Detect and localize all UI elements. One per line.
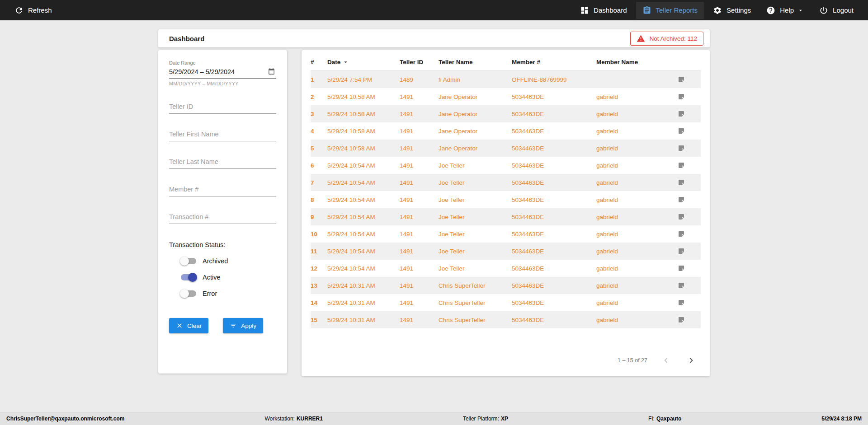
col-member-name: Member Name	[596, 59, 678, 65]
table-row[interactable]: 9 5/29/24 10:54 AM 1491 Joe Teller 50344…	[311, 208, 701, 225]
fi-status: FI:Qaxpauto	[648, 416, 681, 422]
table-row[interactable]: 1 5/29/24 7:54 PM 1489 fi Admin OFFLINE-…	[311, 71, 701, 88]
note-icon[interactable]	[678, 213, 701, 220]
toggle-active[interactable]: Active	[181, 274, 276, 281]
row-teller-id: 1491	[400, 299, 439, 306]
note-icon[interactable]	[678, 76, 701, 83]
teller-last-name-input[interactable]	[169, 154, 276, 169]
calendar-icon[interactable]	[268, 68, 275, 75]
nav-logout[interactable]: Logout	[813, 2, 860, 19]
row-teller-id: 1491	[400, 248, 439, 255]
note-icon[interactable]	[678, 230, 701, 238]
apply-button[interactable]: Apply	[223, 318, 263, 333]
table-row[interactable]: 3 5/29/24 10:58 AM 1491 Jane Operator 50…	[311, 105, 701, 122]
table-row[interactable]: 12 5/29/24 10:54 AM 1491 Joe Teller 5034…	[311, 260, 701, 277]
refresh-icon	[14, 6, 24, 15]
row-number: 5	[311, 145, 327, 152]
not-archived-badge[interactable]: Not Archived: 112	[630, 32, 703, 46]
table-row[interactable]: 10 5/29/24 10:54 AM 1491 Joe Teller 5034…	[311, 225, 701, 243]
row-member-name: gabrield	[596, 145, 678, 152]
note-icon[interactable]	[678, 110, 701, 117]
member-number-input[interactable]	[169, 182, 276, 196]
teller-id-input[interactable]	[169, 99, 276, 114]
row-member-name: gabrield	[596, 299, 678, 306]
topbar: Refresh Dashboard Teller Reports Setting…	[0, 0, 868, 20]
col-teller-name: Teller Name	[439, 59, 512, 65]
table-row[interactable]: 5 5/29/24 10:58 AM 1491 Jane Operator 50…	[311, 140, 701, 157]
table-row[interactable]: 7 5/29/24 10:54 AM 1491 Joe Teller 50344…	[311, 174, 701, 191]
nav-dashboard[interactable]: Dashboard	[574, 2, 633, 19]
note-icon[interactable]	[678, 127, 701, 135]
previous-page-button[interactable]	[659, 354, 673, 367]
row-member-number: 5034463DE	[512, 317, 596, 323]
error-toggle-label: Error	[203, 290, 217, 297]
row-member-number: 5034463DE	[512, 179, 596, 186]
nav-help[interactable]: Help	[760, 2, 810, 19]
nav-teller-reports[interactable]: Teller Reports	[636, 2, 704, 19]
row-teller-name: Joe Teller	[439, 214, 512, 220]
row-number: 9	[311, 214, 327, 220]
table-row[interactable]: 14 5/29/24 10:31 AM 1491 Chris SuperTell…	[311, 294, 701, 311]
filter-panel: Date Range 5/29/2024 – 5/29/2024 MM/DD/Y…	[158, 50, 287, 374]
note-icon[interactable]	[678, 299, 701, 306]
date-range-input[interactable]: 5/29/2024 – 5/29/2024	[169, 65, 276, 79]
refresh-button[interactable]: Refresh	[8, 2, 58, 19]
row-date: 5/29/24 10:31 AM	[327, 282, 400, 289]
note-icon[interactable]	[678, 93, 701, 100]
nav-settings-label: Settings	[726, 6, 751, 14]
status-bar: ChrisSuperTeller@qaxpauto.onmicrosoft.co…	[0, 412, 868, 425]
date-range-helper: MM/DD/YYYY – MM/DD/YYYY	[169, 81, 276, 86]
note-icon[interactable]	[678, 179, 701, 186]
row-number: 11	[311, 248, 327, 255]
row-member-name: gabrield	[596, 214, 678, 220]
row-date: 5/29/24 10:58 AM	[327, 93, 400, 100]
archived-toggle-switch[interactable]	[181, 258, 196, 264]
chevron-down-icon	[797, 7, 804, 14]
row-member-number: 5034463DE	[512, 111, 596, 117]
table-row[interactable]: 2 5/29/24 10:58 AM 1491 Jane Operator 50…	[311, 88, 701, 105]
row-teller-name: Jane Operator	[439, 145, 512, 152]
nav-settings[interactable]: Settings	[707, 2, 757, 19]
row-teller-id: 1491	[400, 145, 439, 152]
table-row[interactable]: 4 5/29/24 10:58 AM 1491 Jane Operator 50…	[311, 122, 701, 140]
row-teller-name: Chris SuperTeller	[439, 299, 512, 306]
note-icon[interactable]	[678, 316, 701, 323]
note-icon[interactable]	[678, 248, 701, 255]
table-row[interactable]: 11 5/29/24 10:54 AM 1491 Joe Teller 5034…	[311, 243, 701, 260]
col-date[interactable]: Date	[327, 59, 400, 65]
nav-teller-reports-label: Teller Reports	[656, 6, 698, 14]
transaction-number-input[interactable]	[169, 210, 276, 224]
close-icon	[176, 322, 183, 329]
active-toggle-switch[interactable]	[181, 274, 196, 280]
note-icon[interactable]	[678, 265, 701, 272]
note-icon[interactable]	[678, 162, 701, 169]
table-row[interactable]: 8 5/29/24 10:54 AM 1491 Joe Teller 50344…	[311, 191, 701, 208]
row-date: 5/29/24 10:54 AM	[327, 231, 400, 238]
teller-first-name-input[interactable]	[169, 127, 276, 141]
row-date: 5/29/24 10:54 AM	[327, 196, 400, 203]
note-icon[interactable]	[678, 145, 701, 152]
toggle-archived[interactable]: Archived	[181, 257, 276, 265]
table-row[interactable]: 15 5/29/24 10:31 AM 1491 Chris SuperTell…	[311, 311, 701, 328]
row-number: 1	[311, 76, 327, 83]
sort-desc-icon[interactable]	[342, 59, 349, 65]
row-date: 5/29/24 10:54 AM	[327, 248, 400, 255]
error-toggle-switch[interactable]	[181, 290, 196, 297]
page-title: Dashboard	[169, 35, 204, 42]
row-member-number: 5034463DE	[512, 248, 596, 255]
row-teller-id: 1491	[400, 128, 439, 135]
row-member-number: 5034463DE	[512, 214, 596, 220]
row-member-number: 5034463DE	[512, 128, 596, 135]
note-icon[interactable]	[678, 196, 701, 203]
col-number: #	[311, 59, 327, 65]
table-row[interactable]: 6 5/29/24 10:54 AM 1491 Joe Teller 50344…	[311, 157, 701, 174]
row-member-name: gabrield	[596, 196, 678, 203]
row-member-number: 5034463DE	[512, 145, 596, 152]
clear-button[interactable]: Clear	[169, 318, 208, 333]
row-member-name: gabrield	[596, 179, 678, 186]
table-row[interactable]: 13 5/29/24 10:31 AM 1491 Chris SuperTell…	[311, 277, 701, 294]
toggle-error[interactable]: Error	[181, 290, 276, 297]
row-teller-id: 1491	[400, 93, 439, 100]
note-icon[interactable]	[678, 282, 701, 289]
next-page-button[interactable]	[684, 354, 698, 367]
